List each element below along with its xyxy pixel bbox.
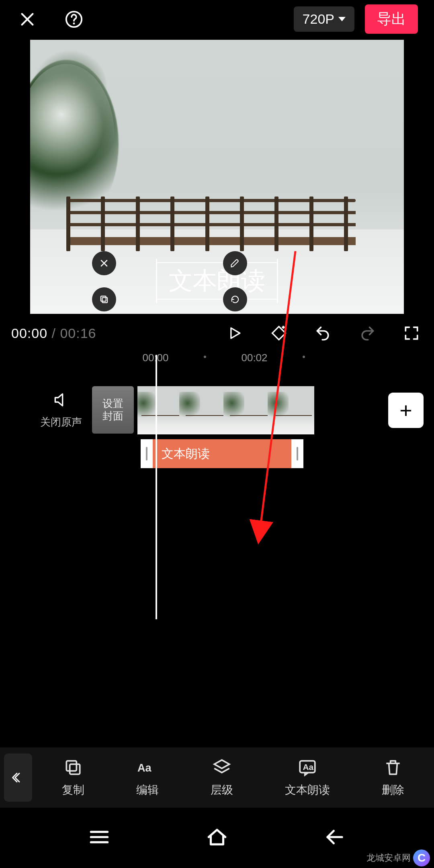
tool-tts[interactable]: Aa 文本朗读 — [285, 757, 330, 798]
clip-right-handle[interactable] — [291, 439, 303, 468]
overlay-copy-handle[interactable] — [92, 287, 116, 311]
tool-edit[interactable]: Aa 编辑 — [136, 757, 159, 798]
cover-thumbnail[interactable]: 设置 封面 — [92, 386, 134, 434]
clip-left-handle[interactable] — [141, 439, 153, 468]
watermark: 龙城安卓网 C — [366, 850, 430, 866]
chevron-left-icon — [11, 770, 25, 785]
mute-label: 关闭原声 — [40, 415, 82, 429]
text-clip-label: 文本朗读 — [153, 446, 291, 462]
nav-menu-button[interactable] — [87, 825, 112, 851]
nav-back-button[interactable] — [322, 825, 347, 851]
svg-rect-5 — [67, 761, 77, 771]
svg-text:Aa: Aa — [137, 762, 152, 774]
nav-home-button[interactable] — [205, 825, 229, 851]
speaker-icon — [52, 391, 70, 409]
close-button[interactable] — [16, 8, 39, 31]
mute-button[interactable] — [50, 389, 72, 411]
time-display: 00:00 / 00:16 — [11, 326, 96, 341]
timeline[interactable]: 00:00 00:02 关闭原声 设置 封面 + 文本朗读 — [0, 350, 434, 555]
fullscreen-button[interactable] — [400, 322, 423, 344]
svg-point-1 — [73, 23, 75, 25]
video-preview[interactable]: 文本朗读 — [30, 40, 404, 314]
svg-rect-4 — [70, 764, 80, 774]
video-clip[interactable] — [137, 386, 314, 434]
edit-toolbar: 复制 Aa 编辑 层级 Aa 文本朗读 删除 — [0, 747, 434, 808]
help-icon — [65, 10, 83, 29]
overlay-delete-handle[interactable] — [92, 251, 116, 275]
fullscreen-icon — [403, 324, 420, 342]
back-icon — [322, 825, 347, 850]
text-track-clip[interactable]: 文本朗读 — [141, 439, 303, 468]
playback-bar: 00:00 / 00:16 — [0, 314, 434, 350]
add-clip-button[interactable]: + — [388, 393, 424, 428]
export-button[interactable]: 导出 — [365, 4, 418, 34]
tool-delete[interactable]: 删除 — [382, 757, 404, 798]
undo-icon — [314, 324, 332, 342]
play-button[interactable] — [223, 322, 246, 344]
undo-button[interactable] — [312, 322, 334, 344]
tts-icon: Aa — [297, 757, 317, 778]
close-icon — [98, 258, 110, 269]
playhead[interactable] — [156, 355, 157, 619]
play-icon — [226, 324, 244, 342]
toolbar-back-button[interactable] — [4, 753, 32, 802]
time-ruler: 00:00 00:02 — [0, 350, 434, 366]
text-overlay-box[interactable]: 文本朗读 — [156, 262, 278, 300]
trash-icon — [383, 757, 403, 778]
close-icon — [18, 10, 37, 29]
keyframe-button[interactable] — [268, 322, 290, 344]
text-aa-icon: Aa — [137, 757, 158, 778]
pencil-icon — [229, 258, 241, 269]
svg-rect-3 — [101, 296, 106, 301]
diamond-plus-icon — [270, 324, 288, 342]
copy-icon — [98, 294, 110, 305]
rotate-icon — [229, 294, 241, 305]
overlay-edit-handle[interactable] — [223, 251, 247, 275]
help-button[interactable] — [63, 8, 85, 31]
home-icon — [205, 825, 229, 850]
video-track: 关闭原声 设置 封面 + — [0, 386, 434, 434]
top-bar: 720P 导出 — [0, 0, 434, 38]
tool-layer[interactable]: 层级 — [211, 757, 233, 798]
plus-icon: + — [399, 399, 412, 421]
redo-icon — [358, 324, 376, 342]
svg-text:Aa: Aa — [303, 762, 313, 772]
layers-icon — [212, 757, 232, 778]
resolution-label: 720P — [303, 11, 334, 27]
copy-icon — [63, 757, 83, 778]
tool-copy[interactable]: 复制 — [62, 757, 84, 798]
menu-icon — [87, 825, 112, 850]
overlay-scale-handle[interactable] — [223, 287, 247, 311]
resolution-selector[interactable]: 720P — [294, 6, 354, 32]
redo-button[interactable] — [356, 322, 379, 344]
chevron-down-icon — [338, 17, 346, 21]
svg-rect-2 — [102, 297, 107, 303]
